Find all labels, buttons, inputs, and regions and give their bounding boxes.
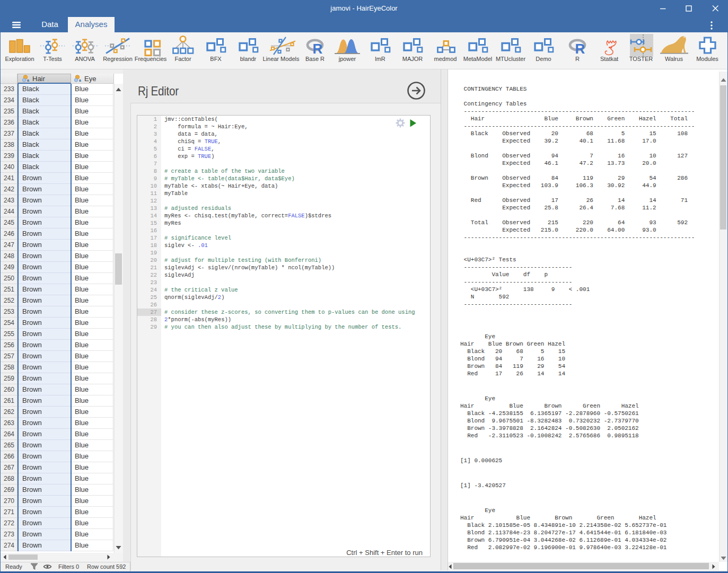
svg-text:a: a [27, 78, 29, 82]
svg-text:R: R [575, 41, 585, 57]
svg-text:R: R [313, 41, 323, 57]
svg-text:a: a [79, 78, 81, 82]
